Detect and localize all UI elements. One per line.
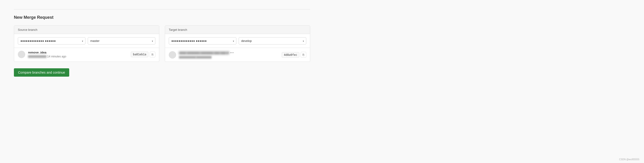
target-project-select[interactable]: ●●●●●●●●●●●●● ●●●●●●	[169, 37, 236, 44]
source-commit-time: 14 minutes ago	[47, 55, 66, 58]
footer-note: CSDN @wu955555	[619, 158, 639, 161]
target-commit-info: ●●●● ●●●●●●● ●●●●●●● ●●● ●●● ●' ··· ●●●●…	[179, 51, 279, 59]
branches-row: Source branch ●●●●●●●●●●●●● ●●●●●● ▾ mas…	[14, 26, 310, 62]
target-branch-select-wrapper[interactable]: develop ▾	[239, 37, 306, 44]
source-branch-select-wrapper[interactable]: master ▾	[88, 37, 155, 44]
source-commit-row: remove .idea ●●●●●●●●●●● 14 minutes ago …	[14, 48, 159, 61]
source-branch-select[interactable]: master	[88, 37, 155, 44]
source-branch-selectors: ●●●●●●●●●●●●● ●●●●●● ▾ master ▾	[14, 34, 159, 48]
source-copy-icon: ⎘	[152, 53, 154, 56]
source-branch-header: Source branch	[14, 26, 159, 34]
target-branch-header: Target branch	[165, 26, 310, 34]
target-commit-dots-menu: ···	[230, 51, 234, 55]
target-commit-title-blurred: ●●●● ●●●●●●● ●●●●●●● ●●● ●●● ●'	[179, 51, 229, 55]
target-commit-meta-blurred: ●●●●●●●●●● ●●●●●●●●●	[179, 56, 212, 59]
target-branch-selectors: ●●●●●●●●●●●●● ●●●●●● ▾ develop ▾	[165, 34, 310, 48]
source-commit-meta: ●●●●●●●●●●● 14 minutes ago	[28, 55, 128, 58]
target-project-select-wrapper[interactable]: ●●●●●●●●●●●●● ●●●●●● ▾	[169, 37, 236, 44]
target-branch-select[interactable]: develop	[239, 37, 306, 44]
target-commit-row: ●●●● ●●●●●●● ●●●●●●● ●●● ●●● ●' ··· ●●●●…	[165, 48, 310, 62]
source-commit-author-blurred: ●●●●●●●●●●●	[28, 55, 46, 58]
source-commit-info: remove .idea ●●●●●●●●●●● 14 minutes ago	[28, 51, 128, 58]
compare-branches-button[interactable]: Compare branches and continue	[14, 68, 69, 77]
source-commit-avatar	[18, 51, 25, 58]
target-commit-hash: 4d8a9fec	[282, 52, 299, 58]
target-branch-panel: Target branch ●●●●●●●●●●●●● ●●●●●● ▾ dev…	[165, 26, 310, 62]
source-copy-hash-button[interactable]: ⎘	[150, 52, 155, 58]
target-commit-avatar	[169, 51, 176, 58]
source-project-select-wrapper[interactable]: ●●●●●●●●●●●●● ●●●●●● ▾	[18, 37, 86, 44]
source-project-select[interactable]: ●●●●●●●●●●●●● ●●●●●●	[18, 37, 86, 44]
target-commit-meta: ●●●●●●●●●● ●●●●●●●●●	[179, 56, 279, 59]
source-commit-title: remove .idea	[28, 51, 128, 54]
source-commit-hash: ba81eb1a	[131, 52, 148, 57]
target-commit-hash-section: 4d8a9fec ⎘	[282, 52, 306, 58]
page-divider	[14, 9, 310, 10]
target-copy-hash-button[interactable]: ⎘	[301, 52, 306, 58]
source-branch-panel: Source branch ●●●●●●●●●●●●● ●●●●●● ▾ mas…	[14, 26, 159, 62]
source-commit-hash-section: ba81eb1a ⎘	[131, 52, 155, 58]
target-commit-title: ●●●● ●●●●●●● ●●●●●●● ●●● ●●● ●' ···	[179, 51, 279, 55]
target-copy-icon: ⎘	[302, 53, 304, 56]
page-title: New Merge Request	[14, 15, 310, 20]
